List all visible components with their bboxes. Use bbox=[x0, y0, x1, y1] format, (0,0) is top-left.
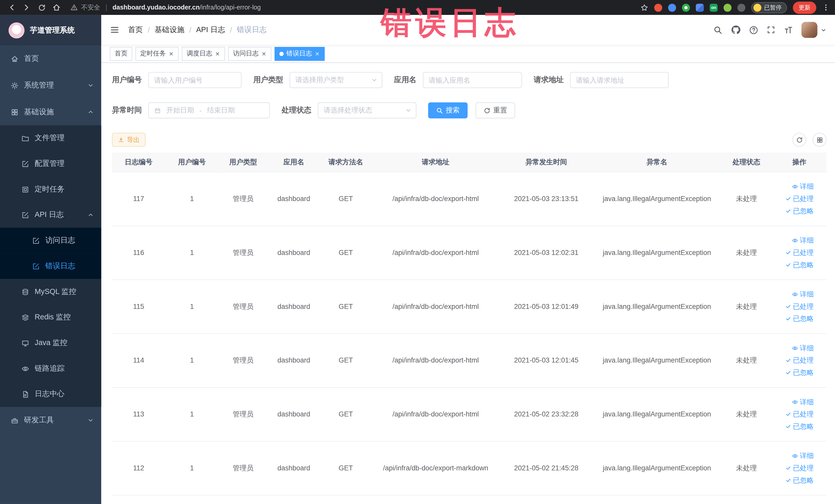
detail-link[interactable]: 详细 bbox=[792, 289, 814, 299]
eye-icon bbox=[792, 399, 798, 405]
eye-icon bbox=[792, 183, 798, 190]
paused-badge[interactable]: 已暂停 bbox=[751, 2, 787, 13]
browser-update-button[interactable]: 更新 bbox=[793, 1, 816, 14]
sidebar-item-file-management[interactable]: 文件管理 bbox=[0, 125, 101, 151]
browser-extension-icon[interactable] bbox=[724, 4, 732, 12]
export-button[interactable]: 导出 bbox=[112, 133, 145, 147]
user-menu[interactable] bbox=[801, 22, 827, 38]
cell-request-url: /api/infra/db-doc/export-html bbox=[372, 387, 500, 441]
tab-access-log[interactable]: 访问日志 bbox=[228, 47, 271, 61]
sidebar-item-log-center[interactable]: 日志中心 bbox=[0, 381, 101, 407]
tab-close-icon[interactable] bbox=[215, 51, 220, 56]
sidebar-item-redis-monitor[interactable]: Redis 监控 bbox=[0, 304, 101, 330]
font-size-icon[interactable] bbox=[784, 25, 793, 35]
fullscreen-icon[interactable] bbox=[767, 26, 775, 34]
tab-scheduled-jobs[interactable]: 定时任务 bbox=[136, 47, 179, 61]
sidebar-item-java-monitor[interactable]: Java 监控 bbox=[0, 330, 101, 356]
mark-ignored-link[interactable]: 已忽略 bbox=[786, 368, 814, 377]
tab-close-icon[interactable] bbox=[261, 51, 267, 56]
sidebar-toggle-button[interactable] bbox=[101, 15, 128, 45]
user-id-input[interactable] bbox=[148, 72, 242, 88]
kebab-menu-icon[interactable] bbox=[822, 4, 830, 11]
column-settings-button[interactable] bbox=[813, 133, 827, 147]
mark-ignored-link[interactable]: 已忽略 bbox=[786, 206, 814, 216]
sidebar-item-label: 链路追踪 bbox=[35, 364, 64, 373]
search-icon[interactable] bbox=[713, 25, 722, 35]
mark-ignored-link[interactable]: 已忽略 bbox=[786, 476, 814, 485]
process-status-label: 处理状态 bbox=[282, 105, 311, 115]
breadcrumb-item[interactable]: API 日志 bbox=[196, 25, 225, 35]
sidebar-item-access-log[interactable]: 访问日志 bbox=[0, 228, 101, 254]
tab-home[interactable]: 首页 bbox=[110, 47, 132, 61]
help-icon[interactable] bbox=[749, 25, 758, 35]
process-status-select[interactable]: 请选择处理状态 bbox=[318, 102, 416, 118]
browser-home-button[interactable] bbox=[50, 2, 63, 13]
detail-link-label: 详细 bbox=[800, 236, 814, 245]
mark-ignored-link[interactable]: 已忽略 bbox=[786, 314, 814, 323]
folder-icon bbox=[21, 134, 29, 142]
tab-close-icon[interactable] bbox=[168, 51, 174, 56]
cell-exception-name: java.lang.IllegalArgumentException bbox=[593, 279, 721, 333]
app-name-input[interactable] bbox=[423, 72, 522, 88]
chevron-down-icon bbox=[371, 77, 378, 83]
mark-processed-link[interactable]: 已处理 bbox=[786, 463, 814, 473]
refresh-table-button[interactable] bbox=[792, 133, 806, 147]
browser-extension-icon[interactable] bbox=[654, 4, 662, 12]
user-type-select[interactable]: 请选择用户类型 bbox=[289, 72, 382, 88]
breadcrumb-item[interactable]: 基础设施 bbox=[155, 25, 184, 35]
browser-extension-on-icon[interactable]: on bbox=[710, 4, 718, 12]
browser-extension-icon[interactable] bbox=[682, 4, 690, 12]
github-icon[interactable] bbox=[731, 25, 740, 35]
reset-button-label: 重置 bbox=[493, 105, 507, 115]
reset-button[interactable]: 重置 bbox=[476, 102, 515, 118]
active-tab-dot bbox=[279, 52, 284, 56]
browser-reload-button[interactable] bbox=[35, 2, 48, 13]
cell-method: GET bbox=[320, 172, 371, 226]
mark-ignored-link[interactable]: 已忽略 bbox=[786, 260, 814, 269]
exception-time-range-picker[interactable]: 开始日期 - 结束日期 bbox=[148, 102, 270, 118]
mark-processed-link-label: 已处理 bbox=[793, 463, 814, 473]
sidebar-item-system[interactable]: 系统管理 bbox=[0, 72, 101, 99]
browser-forward-button[interactable] bbox=[20, 2, 33, 13]
browser-extension-icon[interactable] bbox=[737, 4, 746, 12]
mark-processed-link[interactable]: 已处理 bbox=[786, 194, 814, 203]
sidebar-item-mysql-monitor[interactable]: MySQL 监控 bbox=[0, 279, 101, 304]
browser-extension-icon[interactable] bbox=[696, 4, 704, 12]
sidebar-item-home[interactable]: 首页 bbox=[0, 45, 101, 72]
detail-link[interactable]: 详细 bbox=[792, 451, 814, 460]
mark-processed-link[interactable]: 已处理 bbox=[786, 248, 814, 257]
mark-processed-link[interactable]: 已处理 bbox=[786, 355, 814, 365]
url-bar[interactable]: 不安全 dashboard.yudao.iocoder.cn/infra/log… bbox=[70, 3, 261, 12]
sidebar-item-infra[interactable]: 基础设施 bbox=[0, 99, 101, 125]
edit-square-icon bbox=[21, 211, 29, 219]
mark-ignored-link[interactable]: 已忽略 bbox=[786, 422, 814, 431]
layers-icon bbox=[21, 313, 29, 321]
browser-back-button[interactable] bbox=[5, 2, 18, 13]
app-logo[interactable]: 芋道管理系统 bbox=[0, 15, 101, 45]
browser-extension-icon[interactable] bbox=[668, 4, 676, 12]
check-icon bbox=[786, 465, 791, 471]
cell-user-id: 1 bbox=[165, 441, 219, 495]
search-button[interactable]: 搜索 bbox=[428, 102, 468, 118]
sidebar-item-dev-tools[interactable]: 研发工具 bbox=[0, 407, 101, 434]
breadcrumb-item[interactable]: 首页 bbox=[128, 25, 143, 35]
detail-link[interactable]: 详细 bbox=[792, 236, 814, 245]
sidebar-item-scheduled-jobs[interactable]: 定时任务 bbox=[0, 177, 101, 202]
request-url-input[interactable] bbox=[570, 72, 669, 88]
mark-processed-link[interactable]: 已处理 bbox=[786, 409, 814, 419]
sidebar-item-api-log[interactable]: API 日志 bbox=[0, 202, 101, 228]
detail-link[interactable]: 详细 bbox=[792, 397, 814, 406]
tab-error-log[interactable]: 错误日志 bbox=[274, 47, 325, 61]
sidebar-item-error-log[interactable]: 错误日志 bbox=[0, 254, 101, 279]
eye-icon bbox=[792, 345, 798, 351]
mark-processed-link[interactable]: 已处理 bbox=[786, 302, 814, 311]
detail-link[interactable]: 详细 bbox=[792, 343, 814, 353]
cell-log-id: 113 bbox=[112, 387, 165, 441]
bookmark-star-icon[interactable] bbox=[640, 4, 648, 12]
tab-close-icon[interactable] bbox=[315, 51, 320, 56]
detail-link[interactable]: 详细 bbox=[792, 182, 814, 191]
tab-dispatch-log[interactable]: 调度日志 bbox=[182, 47, 225, 61]
column-header-status: 处理状态 bbox=[721, 153, 772, 172]
sidebar-item-link-trace[interactable]: 链路追踪 bbox=[0, 356, 101, 381]
sidebar-item-config-management[interactable]: 配置管理 bbox=[0, 151, 101, 177]
